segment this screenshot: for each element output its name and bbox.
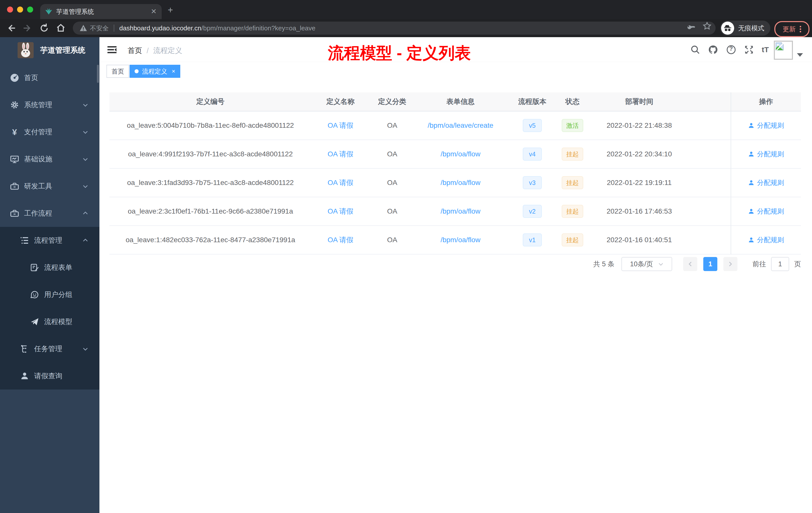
app-title: 芋道管理系统 xyxy=(40,45,85,56)
definition-name-link[interactable]: OA 请假 xyxy=(328,178,353,187)
definition-name-link[interactable]: OA 请假 xyxy=(328,207,353,216)
chevron-left-icon xyxy=(687,261,693,267)
address-bar[interactable]: 不安全 dashboard.yudao.iocoder.cn/bpm/manag… xyxy=(73,22,716,35)
assign-rule-button[interactable]: 分配规则 xyxy=(748,150,784,159)
chevron-down-icon xyxy=(82,129,88,135)
list-tree-icon xyxy=(20,236,29,245)
browser-menu-icon[interactable] xyxy=(800,26,801,32)
new-tab-button[interactable]: + xyxy=(168,6,173,14)
fullscreen-icon[interactable] xyxy=(744,45,754,55)
browser-tab[interactable]: 芋道管理系统 ✕ xyxy=(40,4,162,19)
pagination: 共 5 条 10条/页 1 前往 1 页 xyxy=(593,257,801,271)
toolbox-icon xyxy=(10,182,19,191)
reload-icon[interactable] xyxy=(39,23,49,33)
sidebar-item-home[interactable]: 首页 xyxy=(0,64,99,91)
assign-rule-button[interactable]: 分配规则 xyxy=(748,207,784,216)
definition-name-link[interactable]: OA 请假 xyxy=(328,149,353,159)
avatar[interactable] xyxy=(774,41,793,60)
version-badge: v1 xyxy=(523,233,542,246)
browser-update-button[interactable]: 更新 xyxy=(774,21,810,37)
avatar-caret-icon[interactable] xyxy=(797,53,803,57)
form-link[interactable]: /bpm/oa/flow xyxy=(441,150,481,158)
column-header: 定义编号 xyxy=(110,92,311,112)
zoom-window-button[interactable] xyxy=(27,6,33,12)
chevron-up-icon xyxy=(82,237,88,243)
github-icon[interactable] xyxy=(708,45,718,55)
home-icon[interactable] xyxy=(56,23,66,33)
forward-icon[interactable] xyxy=(23,23,33,33)
top-navbar: 首页 / 流程定义 流程模型 - 定义列表 ? xyxy=(99,37,812,62)
minimize-window-button[interactable] xyxy=(17,6,23,12)
font-size-icon[interactable]: tT xyxy=(762,46,769,54)
breadcrumb-home[interactable]: 首页 xyxy=(127,46,142,56)
user-icon xyxy=(748,151,754,157)
screen: 芋道管理系统 ✕ + 不安全 dashboard.yudao.iocoder.c… xyxy=(0,0,812,513)
tag-close-icon[interactable]: × xyxy=(172,69,175,74)
page-size-select[interactable]: 10条/页 xyxy=(621,257,672,271)
column-header: 表单信息 xyxy=(415,92,506,112)
sidebar-item-process-form[interactable]: 流程表单 xyxy=(0,254,99,281)
cell-deploy-time: 2022-01-16 01:40:51 xyxy=(586,226,692,254)
sidebar-item-process-management[interactable]: 流程管理 xyxy=(0,227,99,254)
sidebar-item-user-group[interactable]: 用户分组 xyxy=(0,281,99,308)
help-icon[interactable]: ? xyxy=(726,45,736,55)
status-badge: 挂起 xyxy=(562,176,583,189)
assign-rule-button[interactable]: 分配规则 xyxy=(748,178,784,187)
cell-category: OA xyxy=(370,226,415,254)
sidebar-item-dev-tools[interactable]: 研发工具 xyxy=(0,173,99,200)
collapse-sidebar-icon[interactable] xyxy=(107,45,117,55)
close-window-button[interactable] xyxy=(7,6,13,12)
chevron-down-icon xyxy=(82,156,88,162)
annotation-overlay: 流程模型 - 定义列表 xyxy=(328,42,471,64)
form-link[interactable]: /bpm/oa/flow xyxy=(441,207,481,215)
user-icon xyxy=(748,179,754,186)
face-icon xyxy=(30,290,39,299)
sidebar-item-leave-query[interactable]: 请假查询 xyxy=(0,362,99,390)
sidebar-item-workflow[interactable]: 工作流程 xyxy=(0,200,99,227)
tag-process-definition[interactable]: 流程定义 × xyxy=(129,65,180,78)
sidebar-item-infrastructure[interactable]: 基础设施 xyxy=(0,146,99,173)
tag-home[interactable]: 首页 xyxy=(107,65,129,78)
monitor-icon xyxy=(10,155,19,163)
status-badge: 激活 xyxy=(562,119,583,132)
assign-rule-button[interactable]: 分配规则 xyxy=(748,121,784,130)
definition-name-link[interactable]: OA 请假 xyxy=(328,121,353,130)
column-header: 定义分类 xyxy=(370,92,415,112)
logo-avatar xyxy=(18,42,34,58)
form-link[interactable]: /bpm/oa/leave/create xyxy=(428,121,493,129)
bookmark-star-icon[interactable] xyxy=(702,22,712,31)
goto-page-input[interactable]: 1 xyxy=(771,257,789,271)
column-header xyxy=(692,92,731,112)
user-icon xyxy=(748,122,754,129)
assign-rule-button[interactable]: 分配规则 xyxy=(748,235,784,244)
sidebar-item-process-model[interactable]: 流程模型 xyxy=(0,308,99,335)
next-page-button[interactable] xyxy=(723,257,737,271)
current-page-button[interactable]: 1 xyxy=(703,257,717,271)
browser-toolbar: 不安全 dashboard.yudao.iocoder.cn/bpm/manag… xyxy=(0,19,812,37)
prev-page-button[interactable] xyxy=(683,257,697,271)
goto-label: 前往 xyxy=(753,260,766,269)
user-icon xyxy=(748,237,754,243)
sidebar-logo[interactable]: 芋道管理系统 xyxy=(0,37,99,63)
security-warning-icon[interactable] xyxy=(80,25,87,31)
version-badge: v5 xyxy=(523,119,542,132)
sidebar-item-task-management[interactable]: 任务管理 xyxy=(0,335,99,362)
page-content: 定义编号 定义名称 定义分类 表单信息 流程版本 状态 部署时间 操作 oa_l… xyxy=(99,79,812,513)
form-link[interactable]: /bpm/oa/flow xyxy=(441,236,481,244)
update-label: 更新 xyxy=(783,25,796,34)
search-icon[interactable] xyxy=(691,45,700,55)
sidebar-item-system[interactable]: 系统管理 xyxy=(0,91,99,118)
tab-close-icon[interactable]: ✕ xyxy=(151,8,157,15)
chevron-right-icon xyxy=(727,261,733,267)
breadcrumb: 首页 / 流程定义 xyxy=(127,46,182,56)
definition-name-link[interactable]: OA 请假 xyxy=(328,235,353,245)
sidebar-item-payment[interactable]: ¥ 支付管理 xyxy=(0,118,99,146)
tab-title: 芋道管理系统 xyxy=(56,7,151,16)
sidebar-scrollbar-thumb[interactable] xyxy=(97,65,99,83)
back-icon[interactable] xyxy=(6,23,16,33)
chevron-down-icon xyxy=(658,261,664,267)
cell-category: OA xyxy=(370,197,415,226)
total-count: 共 5 条 xyxy=(593,260,614,269)
password-key-icon[interactable] xyxy=(687,22,696,30)
form-link[interactable]: /bpm/oa/flow xyxy=(441,179,481,187)
